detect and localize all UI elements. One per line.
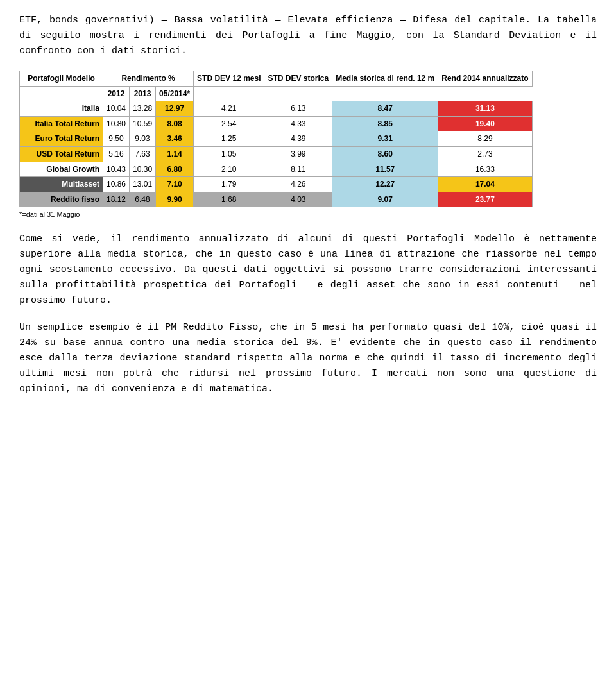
portafogli-sub	[20, 86, 103, 101]
cell-std12: 1.79	[194, 177, 264, 192]
table-row: Multiasset10.8613.017.101.794.2612.2717.…	[20, 177, 533, 192]
cell-2013: 10.30	[130, 162, 156, 177]
cell-media: 8.85	[332, 116, 438, 131]
cell-std-storica: 3.99	[264, 146, 332, 162]
cell-rend2014: 23.77	[438, 192, 532, 207]
col-2012-header: 2012	[103, 86, 130, 101]
cell-media: 8.47	[332, 101, 438, 117]
cell-std12: 1.05	[194, 146, 264, 162]
cell-std12: 1.68	[194, 192, 264, 207]
cell-std-storica: 6.13	[264, 101, 332, 117]
cell-media: 9.07	[332, 192, 438, 207]
cell-2012: 10.80	[103, 116, 130, 131]
performance-table: Portafogli Modello Rendimento % STD DEV …	[19, 71, 533, 207]
row-name: USD Total Return	[20, 146, 103, 162]
std-dev-12m-header: STD DEV 12 mesi	[194, 71, 264, 87]
cell-2013: 13.01	[130, 177, 156, 192]
cell-std-storica: 4.26	[264, 177, 332, 192]
spacer-right	[194, 86, 533, 101]
cell-2013: 9.03	[130, 131, 156, 147]
paragraph-2: Un semplice esempio è il PM Reddito Fiss…	[19, 320, 597, 397]
row-name: Italia	[20, 101, 103, 117]
cell-media: 8.60	[332, 146, 438, 162]
row-name: Italia Total Return	[20, 116, 103, 131]
cell-rend2014: 16.33	[438, 162, 532, 177]
row-name: Multiasset	[20, 177, 103, 192]
cell-media: 11.57	[332, 162, 438, 177]
row-name: Reddito fisso	[20, 192, 103, 207]
table-row: Global Growth10.4310.306.802.108.1111.57…	[20, 162, 533, 177]
cell-2012: 18.12	[103, 192, 130, 207]
cell-2012: 5.16	[103, 146, 130, 162]
table-subheader-row: 2012 2013 05/2014*	[20, 86, 533, 101]
cell-std12: 2.54	[194, 116, 264, 131]
row-name: Euro Total Return	[20, 131, 103, 147]
cell-std-storica: 4.03	[264, 192, 332, 207]
cell-2012: 10.43	[103, 162, 130, 177]
table-row: Reddito fisso18.126.489.901.684.039.0723…	[20, 192, 533, 207]
cell-std-storica: 8.11	[264, 162, 332, 177]
cell-2012: 10.86	[103, 177, 130, 192]
cell-media: 9.31	[332, 131, 438, 147]
media-storica-header: Media storica di rend. 12 m	[332, 71, 438, 87]
cell-052014: 8.08	[156, 116, 194, 131]
table-row: Euro Total Return9.509.033.461.254.399.3…	[20, 131, 533, 147]
rend-2014-header: Rend 2014 annualizzato	[438, 71, 532, 87]
cell-2013: 10.59	[130, 116, 156, 131]
cell-2012: 10.04	[103, 101, 130, 117]
table-row: Italia Total Return10.8010.598.082.544.3…	[20, 116, 533, 131]
intro-text: ETF, bonds governativi) — Bassa volatili…	[19, 13, 597, 59]
col-portafogli-header: Portafogli Modello	[20, 71, 103, 87]
cell-2013: 7.63	[130, 146, 156, 162]
table-row: Italia10.0413.2812.974.216.138.4731.13	[20, 101, 533, 117]
cell-052014: 6.80	[156, 162, 194, 177]
col-2013-header: 2013	[130, 86, 156, 101]
cell-std12: 2.10	[194, 162, 264, 177]
cell-std-storica: 4.39	[264, 131, 332, 147]
cell-052014: 7.10	[156, 177, 194, 192]
cell-rend2014: 19.40	[438, 116, 532, 131]
cell-rend2014: 8.29	[438, 131, 532, 147]
cell-std12: 1.25	[194, 131, 264, 147]
table-row: USD Total Return5.167.631.141.053.998.60…	[20, 146, 533, 162]
cell-2013: 13.28	[130, 101, 156, 117]
cell-2013: 6.48	[130, 192, 156, 207]
col-052014-header: 05/2014*	[156, 86, 194, 101]
cell-rend2014: 17.04	[438, 177, 532, 192]
cell-media: 12.27	[332, 177, 438, 192]
paragraph-1: Come si vede, il rendimento annualizzato…	[19, 232, 597, 309]
cell-052014: 9.90	[156, 192, 194, 207]
std-dev-storica-header: STD DEV storica	[264, 71, 332, 87]
table-section: Portafogli Modello Rendimento % STD DEV …	[19, 71, 597, 220]
cell-rend2014: 2.73	[438, 146, 532, 162]
cell-rend2014: 31.13	[438, 101, 532, 117]
cell-052014: 1.14	[156, 146, 194, 162]
table-body: Italia10.0413.2812.974.216.138.4731.13It…	[20, 101, 533, 207]
row-name: Global Growth	[20, 162, 103, 177]
cell-052014: 12.97	[156, 101, 194, 117]
rendimento-header: Rendimento %	[103, 71, 194, 87]
cell-052014: 3.46	[156, 131, 194, 147]
cell-2012: 9.50	[103, 131, 130, 147]
cell-std-storica: 4.33	[264, 116, 332, 131]
cell-std12: 4.21	[194, 101, 264, 117]
footnote: *=dati al 31 Maggio	[19, 209, 533, 220]
table-header-row: Portafogli Modello Rendimento % STD DEV …	[20, 71, 533, 87]
